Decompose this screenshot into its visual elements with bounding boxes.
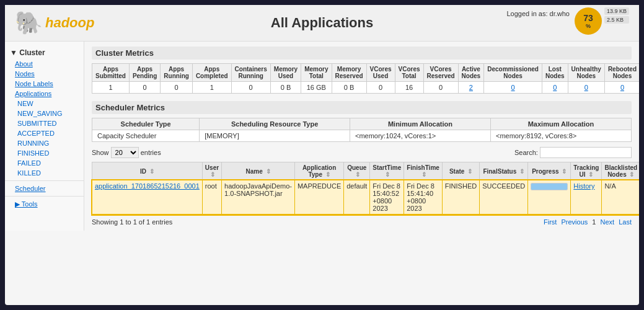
- state-sort-icon: ⇕: [467, 168, 472, 175]
- page-last[interactable]: Last: [619, 218, 632, 226]
- search-box: Search:: [514, 147, 632, 158]
- app-id[interactable]: application_1701865215216_0001: [92, 180, 203, 215]
- sidebar-item-tools[interactable]: ▶ Tools: [5, 199, 84, 210]
- col-app-type[interactable]: Application Type ⇕: [294, 162, 343, 180]
- sidebar-item-applications[interactable]: Applications: [5, 89, 84, 99]
- col-queue[interactable]: Queue ⇕: [344, 162, 370, 180]
- badge-line2: 2.5 KB: [604, 16, 629, 24]
- scheduler-metrics-table: Scheduler Type Scheduling Resource Type …: [92, 118, 632, 142]
- showing-text: Showing 1 to 1 of 1 entries: [92, 218, 172, 226]
- search-label: Search:: [514, 149, 538, 156]
- col-final-status[interactable]: FinalStatus ⇕: [480, 162, 528, 180]
- col-state[interactable]: State ⇕: [442, 162, 479, 180]
- col-vcores-total: VCoresTotal: [395, 64, 423, 82]
- sched-val-min: <memory:1024, vCores:1>: [350, 130, 490, 142]
- sidebar-divider2: [5, 196, 84, 197]
- val-vcores-total: 16: [395, 82, 423, 94]
- entries-label: entries: [141, 149, 161, 156]
- sidebar: ▼ Cluster About Nodes Node Labels Applic…: [5, 42, 84, 231]
- app-type: MAPREDUCE: [294, 180, 343, 215]
- col-rebooted-nodes: RebootedNodes: [604, 64, 639, 82]
- table-footer: Showing 1 to 1 of 1 entries First Previo…: [92, 218, 632, 226]
- sidebar-item-scheduler[interactable]: Scheduler: [5, 184, 84, 193]
- sidebar-cluster-toggle[interactable]: ▼ Cluster: [5, 46, 84, 59]
- final-sort-icon: ⇕: [519, 168, 524, 175]
- progress-sort-icon: ⇕: [562, 168, 567, 175]
- side-badges: 13.9 KB 2.5 KB: [604, 7, 629, 25]
- sidebar-sub-new[interactable]: NEW: [5, 99, 84, 108]
- val-unhealthy-nodes[interactable]: 0: [568, 82, 604, 94]
- col-apps-completed: AppsCompleted: [192, 64, 231, 82]
- val-apps-submitted: 1: [92, 82, 130, 94]
- elephant-icon: 🐘: [15, 10, 43, 36]
- sched-col-min: Minimum Allocation: [350, 118, 490, 130]
- sidebar-sub-running[interactable]: RUNNING: [5, 138, 84, 148]
- col-apps-running: AppsRunning: [161, 64, 193, 82]
- sched-val-resource: [MEMORY]: [200, 130, 350, 142]
- col-progress[interactable]: Progress ⇕: [528, 162, 571, 180]
- col-containers-running: ContainersRunning: [231, 64, 270, 82]
- page-next[interactable]: Next: [601, 218, 615, 226]
- sidebar-sub-killed[interactable]: KILLED: [5, 168, 84, 178]
- col-apps-pending: AppsPending: [129, 64, 160, 82]
- col-id[interactable]: ID ⇕: [92, 162, 203, 180]
- col-user[interactable]: User ⇕: [202, 162, 221, 180]
- sidebar-sub-finished[interactable]: FINISHED: [5, 148, 84, 158]
- sidebar-item-nodes[interactable]: Nodes: [5, 69, 84, 79]
- col-start-time[interactable]: StartTime ⇕: [370, 162, 404, 180]
- val-rebooted-nodes[interactable]: 0: [604, 82, 639, 94]
- app-finish-time: Fri Dec 815:41:40+08002023: [404, 180, 443, 215]
- val-memory-reserved: 0 B: [332, 82, 366, 94]
- val-decommissioned-nodes[interactable]: 0: [484, 82, 542, 94]
- col-active-nodes: ActiveNodes: [458, 64, 484, 82]
- search-input[interactable]: [540, 147, 632, 158]
- blacklist-sort-icon: ⇕: [629, 171, 634, 178]
- sidebar-item-about[interactable]: About: [5, 59, 84, 69]
- val-lost-nodes[interactable]: 0: [542, 82, 568, 94]
- show-label: Show: [92, 149, 109, 156]
- app-tracking-ui[interactable]: History: [571, 180, 602, 215]
- page-title: All Applications: [271, 15, 373, 31]
- usage-badge: 73 %: [575, 7, 602, 35]
- type-sort-icon: ⇕: [325, 171, 330, 178]
- col-unhealthy-nodes: UnhealthyNodes: [568, 64, 604, 82]
- page-first[interactable]: First: [544, 218, 557, 226]
- col-vcores-used: VCoresUsed: [366, 64, 395, 82]
- badge-line1: 13.9 KB: [604, 7, 629, 15]
- content-area: ▼ Cluster About Nodes Node Labels Applic…: [5, 42, 639, 231]
- app-name: hadoopJavaApiDemo-1.0-SNAPSHOT.jar: [222, 180, 295, 215]
- sidebar-sub-submitted[interactable]: SUBMITTED: [5, 118, 84, 128]
- scheduler-metrics-title: Scheduler Metrics: [92, 101, 632, 114]
- col-apps-submitted: AppsSubmitted: [92, 64, 130, 82]
- col-lost-nodes: LostNodes: [542, 64, 568, 82]
- val-apps-running: 0: [161, 82, 193, 94]
- col-tracking-ui[interactable]: Tracking UI ⇕: [571, 162, 602, 180]
- col-finish-time[interactable]: FinishTime ⇕: [404, 162, 443, 180]
- col-vcores-reserved: VCoresReserved: [423, 64, 458, 82]
- sidebar-sub-failed[interactable]: FAILED: [5, 158, 84, 168]
- val-active-nodes[interactable]: 2: [458, 82, 484, 94]
- sidebar-sub-accepted[interactable]: ACCEPTED: [5, 128, 84, 138]
- app-progress: [528, 180, 571, 215]
- sched-col-type: Scheduler Type: [92, 118, 200, 130]
- page-previous[interactable]: Previous: [561, 218, 588, 226]
- cluster-metrics-row: 1 0 0 1 0 0 B 16 GB 0 B 0 16 0 2 0 0: [92, 82, 640, 94]
- sidebar-sub-new-saving[interactable]: NEW_SAVING: [5, 108, 84, 118]
- header: 🐘 hadoop All Applications Logged in as: …: [5, 5, 639, 42]
- col-name[interactable]: Name ⇕: [222, 162, 295, 180]
- start-sort-icon: ⇕: [385, 171, 390, 178]
- name-sort-icon: ⇕: [266, 168, 271, 175]
- top-right-area: Logged in as: dr.who 73 % 13.9 KB 2.5 KB: [506, 7, 629, 35]
- app-state: FINISHED: [442, 180, 479, 215]
- app-row-1[interactable]: application_1701865215216_0001 root hado…: [92, 180, 640, 215]
- logo: 🐘 hadoop: [15, 10, 94, 36]
- sidebar-item-node-labels[interactable]: Node Labels: [5, 79, 84, 89]
- hadoop-wordmark: hadoop: [45, 15, 94, 31]
- finish-sort-icon: ⇕: [421, 171, 426, 178]
- val-apps-completed: 1: [192, 82, 231, 94]
- val-memory-total: 16 GB: [301, 82, 332, 94]
- val-memory-used: 0 B: [270, 82, 301, 94]
- col-blacklisted[interactable]: Blacklisted Nodes ⇕: [602, 162, 639, 180]
- entries-select[interactable]: 20 50 100: [111, 147, 139, 158]
- col-memory-total: MemoryTotal: [301, 64, 332, 82]
